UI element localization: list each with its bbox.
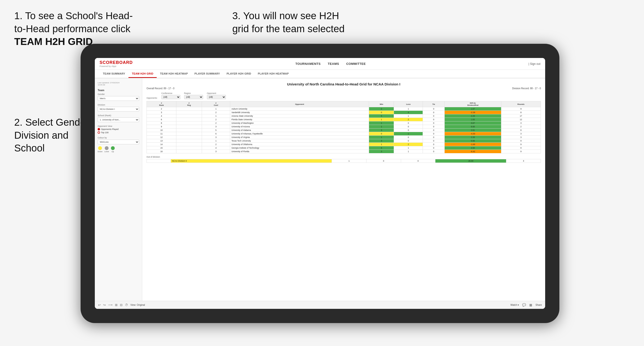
- comment-icon[interactable]: 💬: [522, 303, 526, 307]
- tablet-screen: SCOREBOARD Powered by clippi TOURNAMENTS…: [95, 58, 545, 309]
- legend-up: Up: [111, 146, 115, 153]
- table-row: 10 5 University of Alabama 3 0 0 2.61 8: [147, 129, 541, 132]
- col-conf: #Conf: [202, 101, 230, 107]
- tab-team-h2h-grid[interactable]: TEAM H2H GRID: [128, 70, 157, 78]
- filter-conference-select[interactable]: (All): [162, 95, 180, 99]
- nav-committee[interactable]: COMMITTEE: [346, 62, 366, 66]
- cell-win: 6: [369, 146, 394, 150]
- filter-conference-label: Conference: [162, 92, 180, 94]
- out-of-div-loss: 0: [366, 159, 401, 163]
- ann2-line1: 2. Select Gender,: [14, 117, 91, 128]
- cell-diff: 3.67: [445, 121, 501, 125]
- cell-win: 1: [369, 118, 394, 121]
- cell-rounds: 9: [501, 107, 541, 111]
- ann1-line1: 1. To see a School's Head-: [14, 10, 133, 21]
- tab-player-h2h-heatmap[interactable]: PLAYER H2H HEATMAP: [254, 70, 292, 78]
- cell-reg: [176, 129, 202, 132]
- forward-icon[interactable]: ⟶: [108, 303, 112, 307]
- present-icon[interactable]: ▦: [529, 303, 532, 307]
- main-content: Last Updated: 27/03/2024 16:55:38 Team G…: [95, 78, 545, 301]
- view-original-button[interactable]: View: Original: [130, 304, 145, 306]
- radio-top100[interactable]: Top 100: [98, 131, 139, 134]
- cell-win: 0: [369, 132, 394, 136]
- timestamp: Last Updated: 27/03/2024 16:55:38: [98, 82, 139, 86]
- cell-rank: 15: [147, 146, 176, 150]
- cell-loss: 0: [394, 136, 423, 139]
- cell-tie: 0: [423, 107, 445, 111]
- cell-opponent: University of Arizona: [230, 125, 369, 129]
- cell-conf: 5: [202, 129, 230, 132]
- redo-icon[interactable]: ↪: [103, 303, 106, 307]
- radio-opponents-played[interactable]: Opponents Played: [98, 128, 139, 130]
- cell-loss: 2: [394, 143, 423, 146]
- color-legend: Down Level Up: [98, 146, 139, 153]
- copy-icon[interactable]: ⊞: [115, 303, 118, 307]
- filter-opponent-select[interactable]: (All): [207, 95, 226, 99]
- gender-select[interactable]: Men's: [98, 96, 139, 101]
- cell-win: 3: [369, 129, 394, 132]
- legend-up-circle: [111, 146, 115, 150]
- cell-opponent: University of Virginia: [230, 136, 369, 139]
- cell-diff: 4.50: [445, 146, 501, 150]
- nav-tournaments[interactable]: TOURNAMENTS: [295, 62, 320, 66]
- cell-rounds: 9: [501, 143, 541, 146]
- paste-icon[interactable]: ⊟: [120, 303, 122, 307]
- nav-teams[interactable]: TEAMS: [328, 62, 339, 66]
- gender-control: Gender Men's: [98, 93, 139, 101]
- logo-area: SCOREBOARD Powered by clippi: [100, 60, 133, 67]
- cell-tie: 0: [423, 111, 445, 114]
- col-diff: Diff AvStrokes/Rnd: [445, 101, 501, 107]
- ann3-line1: 3. You will now see H2H: [232, 10, 339, 21]
- filter-region-select[interactable]: (All): [184, 95, 203, 99]
- tab-player-summary[interactable]: PLAYER SUMMARY: [191, 70, 223, 78]
- table-row: 15 4 Georgia Institute of Technology 6 1…: [147, 146, 541, 150]
- cell-win: 5: [369, 114, 394, 118]
- cell-conf: 2: [202, 118, 230, 121]
- cell-tie: 0: [423, 114, 445, 118]
- overall-record: Overall Record: 89 - 17 - 0: [146, 87, 174, 90]
- cell-opponent: Florida State University: [230, 118, 369, 121]
- cell-opponent: University of Alabama: [230, 129, 369, 132]
- sign-out[interactable]: | Sign out: [528, 62, 540, 66]
- filter-opponents-group: Opponents:: [146, 97, 158, 99]
- cell-diff: 9.00: [445, 125, 501, 129]
- ann3-line2: grid for the team selected: [232, 23, 345, 34]
- cell-conf: 2: [202, 111, 230, 114]
- col-reg: #Reg: [176, 101, 202, 107]
- col-rank: #Rank: [147, 101, 176, 107]
- cell-loss: 1: [394, 114, 423, 118]
- cell-opponent: Vanderbilt University: [230, 111, 369, 114]
- table-row: 9 3 University of Arizona 1 0 0 9.00 2: [147, 125, 541, 129]
- tab-team-h2h-heatmap[interactable]: TEAM H2H HEATMAP: [157, 70, 191, 78]
- out-of-div-name: [147, 159, 171, 163]
- cell-tie: 0: [423, 125, 445, 129]
- cell-rounds: 9: [501, 139, 541, 143]
- colour-by-select[interactable]: Win/Loss: [98, 140, 139, 144]
- undo-icon[interactable]: ↩: [98, 303, 101, 307]
- out-of-div-row: NCAA Division II 1 0 0 26.00 3: [147, 159, 541, 163]
- filter-opponent-group: Opponent (All): [207, 92, 226, 99]
- col-rounds: Rounds: [501, 101, 541, 107]
- school-select[interactable]: 1. University of Nort...: [98, 117, 139, 122]
- tab-player-h2h-grid[interactable]: PLAYER H2H GRID: [223, 70, 254, 78]
- cell-diff: -2.29: [445, 111, 501, 114]
- cell-diff: 1.67: [445, 107, 501, 111]
- team-section-title: Team: [98, 89, 139, 92]
- clock-icon[interactable]: ⏱: [125, 303, 128, 307]
- logo-sub: Powered by clippi: [100, 65, 133, 67]
- division-select[interactable]: NCAA Division I: [98, 107, 139, 112]
- division-control: Division NCAA Division I: [98, 104, 139, 112]
- tablet-frame: SCOREBOARD Powered by clippi TOURNAMENTS…: [80, 44, 560, 323]
- cell-rounds: 2: [501, 125, 541, 129]
- ann2-line2: Division and: [14, 130, 68, 141]
- bottom-toolbar: ↩ ↪ ⟶ ⊞ ⊟ ⏱ View: Original Watch ▾ 💬 ▦ S…: [95, 301, 545, 309]
- share-button[interactable]: Share: [536, 304, 542, 306]
- out-of-division-label: Out of division: [146, 156, 541, 158]
- watch-button[interactable]: Watch ▾: [510, 304, 519, 306]
- table-row: 14 2 University of Oklahoma 1 2 0 -1.00 …: [147, 143, 541, 146]
- tab-team-summary[interactable]: TEAM SUMMARY: [100, 70, 128, 78]
- col-loss: Loss: [394, 101, 423, 107]
- cell-rounds: 3: [501, 121, 541, 125]
- sub-nav: TEAM SUMMARY TEAM H2H GRID TEAM H2H HEAT…: [95, 70, 545, 78]
- nav-links: TOURNAMENTS TEAMS COMMITTEE: [295, 62, 366, 66]
